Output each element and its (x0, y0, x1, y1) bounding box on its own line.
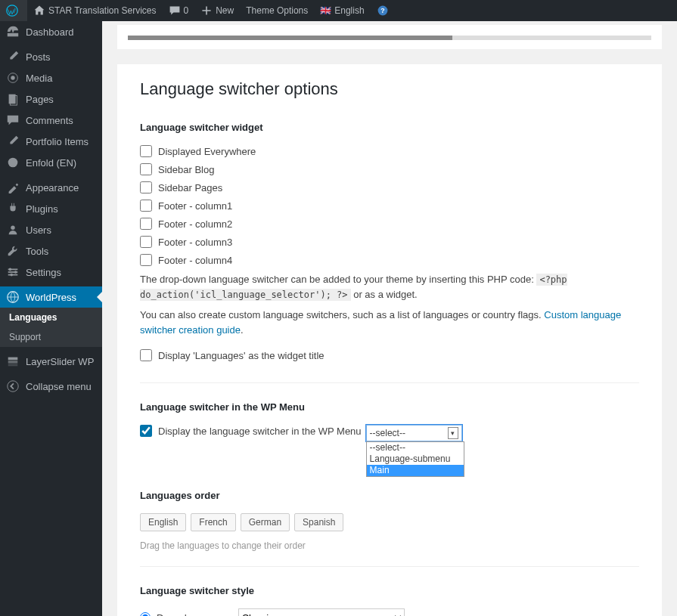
sidebar-users[interactable]: Users (0, 219, 102, 240)
help-icon[interactable]: ? (371, 0, 398, 21)
sidebar-layerslider[interactable]: LayerSlider WP (0, 351, 102, 372)
svg-point-14 (14, 271, 17, 274)
checkbox-footer4[interactable] (140, 254, 152, 266)
cb-footer2[interactable]: Footer - column2 (140, 218, 639, 230)
cb-sidebar-blog[interactable]: Sidebar Blog (140, 163, 639, 175)
checkbox-sidebar-blog[interactable] (140, 163, 152, 175)
cb-sidebar-pages[interactable]: Sidebar Pages (140, 181, 639, 193)
lang-french[interactable]: French (191, 513, 235, 531)
order-hint: Drag the languages to change their order (140, 540, 639, 551)
checkbox-footer1[interactable] (140, 200, 152, 212)
site-home-link[interactable]: STAR Translation Services (27, 0, 163, 21)
sidebar-appearance[interactable]: Appearance (0, 177, 102, 198)
checkbox-display-title[interactable] (140, 349, 152, 361)
svg-point-13 (9, 268, 12, 271)
lang-order-list: English French German Spanish (140, 513, 639, 531)
section-widget: Language switcher widget Displayed Every… (140, 122, 639, 383)
lang-spanish[interactable]: Spanish (294, 513, 343, 531)
cb-footer3[interactable]: Footer - column3 (140, 236, 639, 248)
radio-dropdown[interactable] (140, 612, 151, 616)
new-label: New (216, 5, 234, 16)
section-style-title: Language switcher style (140, 585, 639, 596)
svg-rect-3 (8, 33, 18, 37)
section-style: Language switcher style Drop-down menu C… (140, 585, 639, 616)
cb-wp-menu[interactable]: Display the language switcher in the WP … (140, 425, 362, 437)
cb-display-title[interactable]: Display 'Languages' as the widget title (140, 349, 639, 361)
checkbox-wp-menu[interactable] (140, 425, 152, 437)
wordpress-logo[interactable] (0, 0, 27, 21)
lang-english[interactable]: English (140, 513, 186, 531)
progress-panel (117, 25, 662, 49)
comments-link[interactable]: 0 (163, 0, 195, 21)
section-order: Languages order English French German Sp… (140, 490, 639, 567)
progress-bar (128, 36, 651, 40)
svg-point-4 (11, 76, 14, 79)
progress-fill (128, 36, 452, 40)
checkbox-sidebar-pages[interactable] (140, 181, 152, 193)
svg-point-15 (10, 274, 13, 277)
sidebar-tools[interactable]: Tools (0, 240, 102, 262)
menu-dropdown: --select-- Language-submenu Main (366, 441, 464, 477)
svg-rect-19 (8, 364, 18, 367)
chevron-down-icon: ▾ (448, 427, 458, 439)
checkbox-footer2[interactable] (140, 218, 152, 230)
theme-options-link[interactable]: Theme Options (240, 0, 314, 21)
site-title: STAR Translation Services (48, 5, 157, 16)
sidebar-worldpress[interactable]: WorldPress (0, 286, 102, 308)
section-wp-menu: Language switcher in the WP Menu Display… (140, 401, 639, 472)
new-content[interactable]: New (194, 0, 240, 21)
cb-everywhere[interactable]: Displayed Everywhere (140, 145, 639, 157)
sidebar-sub-languages[interactable]: Languages (0, 308, 102, 327)
svg-point-8 (8, 158, 18, 168)
svg-rect-17 (8, 358, 18, 361)
sidebar-plugins[interactable]: Plugins (0, 198, 102, 219)
checkbox-everywhere[interactable] (140, 145, 152, 157)
sidebar-dashboard[interactable]: Dashboard (0, 21, 102, 42)
sidebar-settings[interactable]: Settings (0, 262, 102, 283)
menu-select-wrap: --select-- ▾ --select-- Language-submenu… (366, 425, 462, 441)
checkbox-footer3[interactable] (140, 236, 152, 248)
admin-bar: STAR Translation Services 0 New Theme Op… (0, 0, 677, 21)
svg-text:?: ? (380, 7, 384, 14)
lang-german[interactable]: German (241, 513, 290, 531)
sidebar-sub-support[interactable]: Support (0, 327, 102, 347)
php-desc: The drop-down language switcher can be a… (140, 272, 639, 302)
section-widget-title: Language switcher widget (140, 122, 639, 133)
settings-panel: Language switcher options Language switc… (117, 64, 662, 616)
page-title: Language switcher options (140, 79, 639, 99)
svg-point-9 (11, 226, 14, 230)
uk-flag-icon: 🇬🇧 (320, 5, 331, 16)
admin-sidebar: Dashboard Posts Media Pages Comments Por… (0, 21, 102, 616)
svg-rect-18 (8, 361, 18, 364)
section-order-title: Languages order (140, 490, 639, 501)
sidebar-enfold[interactable]: Enfold (EN) (0, 152, 102, 173)
custom-desc: You can also create custom language swit… (140, 308, 639, 337)
radio-dropdown-row[interactable]: Drop-down menu Classic (140, 608, 639, 616)
comments-count: 0 (184, 5, 189, 16)
sidebar-comments[interactable]: Comments (0, 110, 102, 131)
dropdown-opt-submenu[interactable]: Language-submenu (367, 453, 464, 465)
menu-select[interactable]: --select-- ▾ (366, 425, 462, 441)
sidebar-pages[interactable]: Pages (0, 88, 102, 110)
svg-point-20 (8, 381, 18, 392)
sidebar-media[interactable]: Media (0, 67, 102, 88)
dropdown-opt-select[interactable]: --select-- (367, 442, 464, 453)
section-wp-menu-title: Language switcher in the WP Menu (140, 401, 639, 413)
cb-footer1[interactable]: Footer - column1 (140, 200, 639, 212)
sidebar-collapse[interactable]: Collapse menu (0, 376, 102, 397)
menu-select-value: --select-- (370, 428, 405, 438)
sidebar-posts[interactable]: Posts (0, 46, 102, 67)
dropdown-opt-main[interactable]: Main (367, 465, 464, 476)
main-content: Language switcher options Language switc… (102, 0, 677, 616)
language-english[interactable]: 🇬🇧 English (314, 0, 370, 21)
style-classic-select[interactable]: Classic (238, 608, 405, 616)
cb-footer4[interactable]: Footer - column4 (140, 254, 639, 266)
sidebar-portfolio[interactable]: Portfolio Items (0, 131, 102, 152)
